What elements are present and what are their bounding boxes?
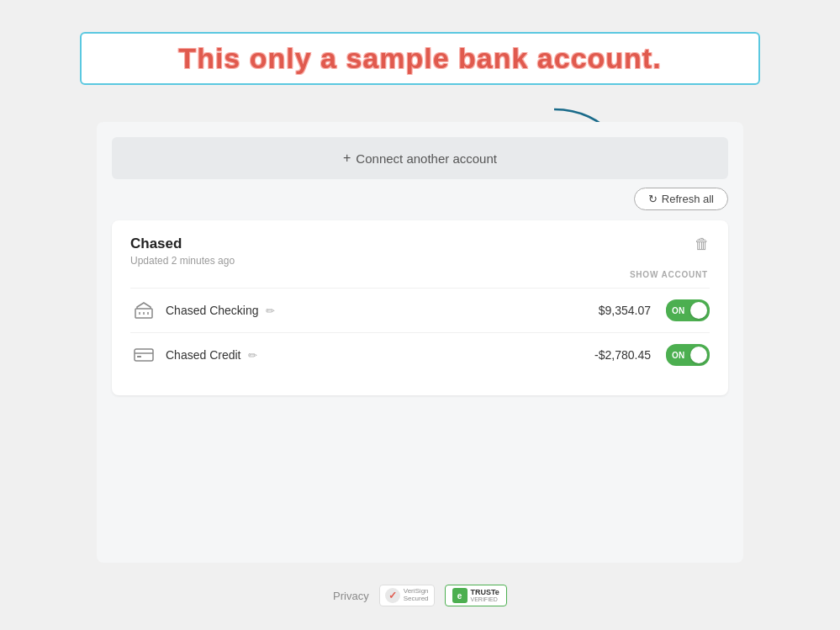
- footer: Privacy ✓ VeriSignSecured e TRUSTe VERIF…: [0, 585, 840, 606]
- truste-badge: e TRUSTe VERIFIED: [445, 585, 507, 606]
- checking-account-name: Chased Checking ✏: [166, 304, 567, 317]
- checking-edit-icon[interactable]: ✏: [266, 304, 275, 317]
- credit-account-name: Chased Credit ✏: [166, 348, 567, 362]
- page-wrapper: This only a sample bank account. + Conne…: [0, 0, 840, 630]
- bank-name: Chased: [130, 236, 235, 252]
- verisign-badge: ✓ VeriSignSecured: [379, 585, 435, 606]
- credit-toggle-knob: [690, 347, 707, 363]
- account-row-checking: Chased Checking ✏ $9,354.07 ON: [130, 288, 710, 332]
- bank-card: Chased Updated 2 minutes ago 🗑 SHOW ACCO…: [112, 220, 728, 395]
- svg-rect-6: [135, 349, 153, 361]
- show-account-label: SHOW ACCOUNT: [130, 270, 710, 279]
- checking-toggle-knob: [690, 302, 707, 319]
- checking-bank-icon: [130, 297, 157, 324]
- credit-edit-icon[interactable]: ✏: [248, 349, 257, 362]
- connect-bar-label: Connect another account: [356, 151, 497, 166]
- refresh-all-label: Refresh all: [662, 193, 714, 205]
- credit-toggle-label: ON: [672, 351, 685, 360]
- refresh-row: ↻ Refresh all: [97, 179, 743, 214]
- bank-info: Chased Updated 2 minutes ago: [130, 236, 235, 267]
- truste-icon: e: [452, 588, 468, 603]
- credit-balance: -$2,780.45: [567, 348, 651, 362]
- main-content: + Connect another account ↻ Refresh all …: [97, 122, 743, 563]
- connect-plus-icon: +: [343, 151, 351, 166]
- delete-bank-button[interactable]: 🗑: [695, 236, 710, 253]
- checking-balance: $9,354.07: [567, 304, 651, 317]
- checking-toggle[interactable]: ON: [666, 299, 710, 321]
- svg-rect-8: [137, 356, 141, 357]
- verisign-check-icon: ✓: [385, 588, 400, 603]
- sample-banner: This only a sample bank account.: [80, 32, 760, 85]
- checking-toggle-label: ON: [672, 306, 685, 315]
- bank-updated: Updated 2 minutes ago: [130, 255, 235, 267]
- truste-text: TRUSTe VERIFIED: [471, 589, 499, 603]
- bank-card-header: Chased Updated 2 minutes ago 🗑: [130, 236, 710, 267]
- credit-toggle[interactable]: ON: [666, 344, 710, 366]
- verisign-text: VeriSignSecured: [404, 588, 429, 603]
- refresh-icon: ↻: [648, 193, 658, 205]
- account-row-credit: Chased Credit ✏ -$2,780.45 ON: [130, 332, 710, 377]
- refresh-all-button[interactable]: ↻ Refresh all: [634, 188, 728, 210]
- footer-privacy-link[interactable]: Privacy: [333, 590, 369, 602]
- credit-card-icon: [130, 341, 157, 368]
- connect-bar[interactable]: + Connect another account: [112, 137, 728, 179]
- banner-text: This only a sample bank account.: [178, 42, 661, 74]
